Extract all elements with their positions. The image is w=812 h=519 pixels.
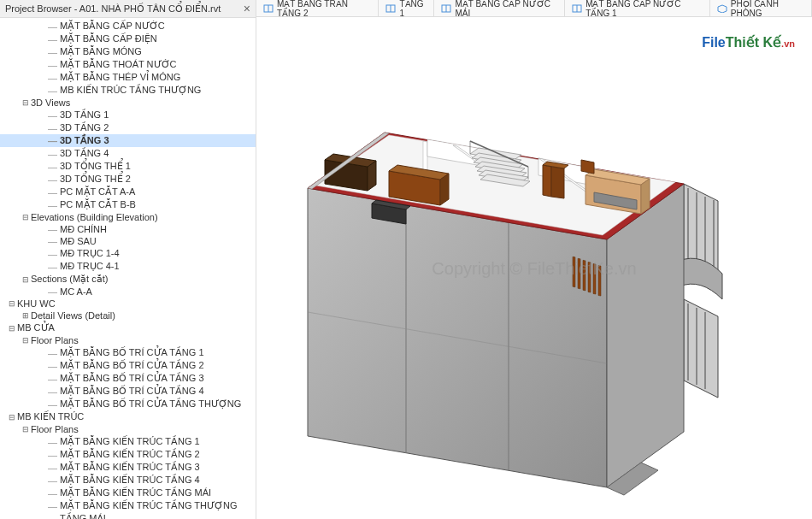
3d-viewport[interactable]: Copyright © FileThietKe.vn FileThiết Kế.… bbox=[256, 17, 812, 519]
floorplan-icon bbox=[441, 4, 451, 13]
tree-group-mbcua[interactable]: ⊟MB CỬA bbox=[0, 321, 256, 334]
svg-rect-55 bbox=[573, 257, 575, 287]
svg-rect-57 bbox=[583, 260, 585, 291]
3d-model bbox=[256, 17, 812, 519]
tree-item[interactable]: —MĐ TRỤC 4-1 bbox=[0, 260, 256, 273]
tree-item[interactable]: —MẶT BẰNG THOÁT NƯỚC bbox=[0, 58, 256, 71]
svg-marker-47 bbox=[543, 165, 551, 197]
tab[interactable]: MẶT BẰNG CẤP NƯỚC MÁI bbox=[434, 0, 565, 16]
tree-item[interactable]: —TẦNG MÁI bbox=[0, 512, 256, 519]
tree-item[interactable]: —3D TỔNG THỂ 2 bbox=[0, 173, 256, 186]
tree-item[interactable]: —3D TẦNG 4 bbox=[0, 147, 256, 160]
floorplan-icon bbox=[572, 4, 582, 13]
tree-item[interactable]: —MC A-A bbox=[0, 286, 256, 298]
view-tabs: MẶT BẰNG TRẦN TẦNG 2 TẦNG 1 MẶT BẰNG CẤP… bbox=[256, 0, 812, 17]
tree-item[interactable]: —MB KIẾN TRÚC TẦNG THƯỢNG bbox=[0, 84, 256, 97]
tree-item[interactable]: —MẶT BẰNG KIẾN TRÚC TẦNG THƯỢNG bbox=[0, 499, 256, 512]
svg-marker-34 bbox=[440, 174, 449, 205]
logo: FileThiết Kế.vn bbox=[702, 34, 795, 50]
tree-item[interactable]: —MẶT BẰNG THÉP VỈ MÓNG bbox=[0, 71, 256, 84]
3d-icon bbox=[717, 4, 727, 13]
project-browser-panel: Project Browser - A01. NHÀ PHỐ TÂN CỔ ĐI… bbox=[0, 0, 256, 519]
tree-group-elevations[interactable]: ⊟Elevations (Building Elevation) bbox=[0, 211, 256, 223]
tree-item[interactable]: —MẶT BẰNG BỐ TRÍ CỬA TẦNG 4 bbox=[0, 385, 256, 398]
tree-item[interactable]: —3D TẦNG 1 bbox=[0, 109, 256, 121]
tree-item[interactable]: —MẶT BẰNG BỐ TRÍ CỬA TẦNG 2 bbox=[0, 359, 256, 372]
svg-marker-8 bbox=[718, 5, 727, 13]
tree-group-mbkientruc[interactable]: ⊟MB KIẾN TRÚC bbox=[0, 410, 256, 423]
tree-item[interactable]: —3D TẦNG 2 bbox=[0, 121, 256, 134]
tree-group-3dviews[interactable]: ⊟3D Views bbox=[0, 97, 256, 109]
svg-marker-48 bbox=[551, 167, 564, 198]
svg-rect-60 bbox=[598, 266, 601, 297]
panel-close-button[interactable]: × bbox=[244, 2, 250, 15]
tree-item[interactable]: —MẶT BẰNG MÓNG bbox=[0, 45, 256, 58]
tree-group-floorplans2[interactable]: ⊟Floor Plans bbox=[0, 423, 256, 435]
panel-title: Project Browser - A01. NHÀ PHỐ TÂN CỔ ĐI… bbox=[5, 3, 221, 15]
tree-item[interactable]: —MẶT BẰNG KIẾN TRÚC TẦNG MÁI bbox=[0, 487, 256, 499]
svg-rect-59 bbox=[593, 263, 596, 294]
tree-group-khuwc[interactable]: ⊟KHU WC bbox=[0, 298, 256, 310]
panel-header: Project Browser - A01. NHÀ PHỐ TÂN CỔ ĐI… bbox=[0, 0, 256, 18]
tree-item[interactable]: —MẶT BẰNG BỐ TRÍ CỬA TẦNG THƯỢNG bbox=[0, 398, 256, 410]
tree-item[interactable]: —3D TỔNG THỂ 1 bbox=[0, 160, 256, 173]
tree-item[interactable]: —MẶT BẰNG BỐ TRÍ CỬA TẦNG 3 bbox=[0, 372, 256, 385]
tree-item[interactable]: —MẶT BẰNG CẤP NƯỚC bbox=[0, 20, 256, 32]
tree-group-floorplans[interactable]: ⊟Floor Plans bbox=[0, 334, 256, 346]
tree-item-selected[interactable]: —3D TẦNG 3 bbox=[0, 134, 256, 147]
floorplan-icon bbox=[263, 4, 274, 13]
tree-item[interactable]: —MĐ CHÍNH bbox=[0, 223, 256, 235]
tree-group-detail[interactable]: ⊞Detail Views (Detail) bbox=[0, 310, 256, 321]
main-area: MẶT BẰNG TRẦN TẦNG 2 TẦNG 1 MẶT BẰNG CẤP… bbox=[256, 0, 812, 519]
tree-item[interactable]: —MẶT BẰNG KIẾN TRÚC TẦNG 2 bbox=[0, 448, 256, 461]
tab[interactable]: PHỐI CẢNH PHÒNG bbox=[710, 0, 812, 16]
tab[interactable]: MẶT BẰNG CẤP NƯỚC TẦNG 1 bbox=[565, 0, 710, 16]
svg-marker-53 bbox=[581, 160, 594, 174]
tree-item[interactable]: —MẶT BẰNG KIẾN TRÚC TẦNG 3 bbox=[0, 461, 256, 474]
tree-item[interactable]: —PC MẶT CẮT B-B bbox=[0, 198, 256, 211]
svg-rect-58 bbox=[588, 262, 591, 292]
tree-item[interactable]: —MẶT BẰNG CẤP ĐIỆN bbox=[0, 32, 256, 45]
svg-rect-56 bbox=[578, 258, 580, 289]
tree-item[interactable]: —MẶT BẰNG KIẾN TRÚC TẦNG 4 bbox=[0, 474, 256, 487]
svg-marker-52 bbox=[641, 179, 650, 214]
tab[interactable]: TẦNG 1 bbox=[379, 0, 434, 16]
tree-item[interactable]: —MẶT BẰNG KIẾN TRÚC TẦNG 1 bbox=[0, 435, 256, 448]
tree-item[interactable]: —MẶT BẰNG BỐ TRÍ CỬA TẦNG 1 bbox=[0, 346, 256, 359]
project-tree[interactable]: —MẶT BẰNG CẤP NƯỚC —MẶT BẰNG CẤP ĐIỆN —M… bbox=[0, 18, 256, 519]
tree-item[interactable]: —MĐ SAU bbox=[0, 235, 256, 247]
floorplan-icon bbox=[385, 4, 396, 13]
tree-item[interactable]: —PC MẶT CẮT A-A bbox=[0, 186, 256, 198]
tree-item[interactable]: —MĐ TRỤC 1-4 bbox=[0, 247, 256, 260]
tree-group-sections[interactable]: ⊟Sections (Mặt cắt) bbox=[0, 273, 256, 286]
tab[interactable]: MẶT BẰNG TRẦN TẦNG 2 bbox=[256, 0, 379, 16]
